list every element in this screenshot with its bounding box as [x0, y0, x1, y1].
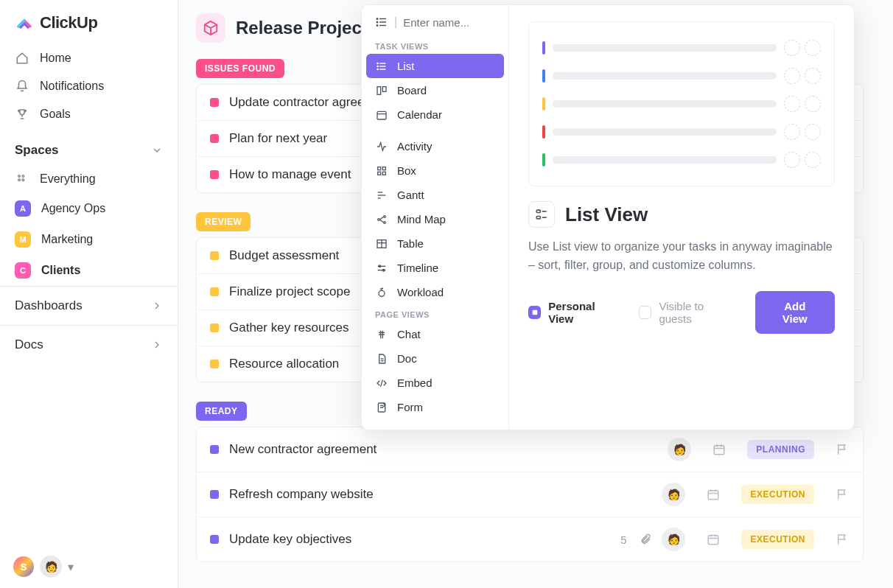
nav-label: Home [40, 52, 71, 65]
preview-avatar-placeholder [784, 96, 800, 112]
priority-flag-icon[interactable] [835, 533, 850, 546]
preview-avatar-placeholder [805, 152, 821, 168]
view-name-input[interactable] [403, 16, 491, 29]
task-list: New contractor agreement🧑PLANNINGRefresh… [196, 427, 864, 562]
task-tag[interactable]: PLANNING [747, 440, 814, 459]
space-badge: C [15, 262, 31, 279]
chevron-right-icon [151, 339, 163, 351]
svg-point-40 [384, 215, 386, 217]
sidebar-space-item[interactable]: CClients [0, 255, 178, 286]
nav-home[interactable]: Home [0, 44, 178, 72]
section-label: Dashboards [15, 298, 83, 313]
due-date-icon[interactable] [712, 443, 726, 456]
assignee-avatar[interactable]: 🧑 [668, 438, 691, 461]
view-option-label: Box [397, 164, 416, 177]
priority-flag-icon[interactable] [835, 488, 850, 501]
due-date-icon[interactable] [706, 488, 721, 501]
view-picker: | TASK VIEWS ListBoardCalendarActivityBo… [362, 5, 509, 430]
logo[interactable]: ClickUp [0, 0, 178, 40]
calendar-icon [375, 109, 388, 121]
view-option-label: Mind Map [397, 213, 446, 225]
spaces-header-label: Spaces [15, 143, 59, 158]
task-row[interactable]: Update key objectives5🧑EXECUTION [197, 517, 863, 561]
svg-rect-4 [715, 446, 725, 455]
view-option-mind-map[interactable]: Mind Map [366, 207, 504, 231]
view-option-activity[interactable]: Activity [366, 134, 504, 158]
view-option-chat[interactable]: Chat [366, 322, 504, 346]
assignee-avatar[interactable]: 🧑 [662, 528, 685, 551]
chat-icon [375, 329, 388, 340]
personal-view-toggle[interactable]: Personal View [528, 300, 620, 325]
svg-rect-32 [378, 167, 381, 169]
home-icon [15, 52, 29, 65]
user-avatar[interactable]: 🧑 [40, 556, 62, 578]
view-option-calendar[interactable]: Calendar [366, 102, 504, 127]
grid-icon [15, 173, 29, 185]
visible-guests-label: Visible to guests [659, 300, 735, 325]
caret-down-icon[interactable]: ▾ [68, 560, 74, 574]
gantt-icon [375, 189, 388, 201]
doc-icon [375, 353, 388, 365]
user-badge[interactable]: S [13, 556, 34, 577]
svg-point-49 [379, 290, 385, 296]
task-title: New contractor agreement [229, 442, 657, 457]
preview-avatar-placeholder [805, 40, 821, 56]
svg-rect-35 [382, 172, 385, 175]
due-date-icon[interactable] [706, 533, 721, 546]
task-row[interactable]: New contractor agreement🧑PLANNING [197, 427, 863, 472]
view-option-table[interactable]: Table [366, 231, 504, 256]
status-dot [210, 170, 219, 179]
view-option-box[interactable]: Box [366, 158, 504, 183]
svg-rect-28 [377, 86, 381, 94]
preview-row [539, 146, 824, 174]
add-view-button[interactable]: Add View [755, 291, 836, 334]
svg-point-2 [18, 179, 21, 181]
status-dot [210, 490, 219, 499]
sidebar: ClickUp Home Notifications Goals [0, 0, 178, 588]
view-option-list[interactable]: List [366, 54, 504, 78]
task-tag[interactable]: EXECUTION [741, 530, 814, 549]
sidebar-space-item[interactable]: MMarketing [0, 224, 178, 255]
task-meta: 🧑PLANNING [668, 438, 850, 461]
view-option-embed[interactable]: Embed [366, 371, 504, 395]
view-option-form[interactable]: Form [366, 395, 504, 419]
view-option-gantt[interactable]: Gantt [366, 183, 504, 207]
view-option-workload[interactable]: Workload [366, 280, 504, 304]
task-tag[interactable]: EXECUTION [741, 485, 814, 504]
svg-point-19 [377, 18, 378, 20]
view-option-label: Timeline [397, 262, 438, 274]
preview-avatar-placeholder [784, 152, 800, 168]
svg-point-26 [377, 66, 378, 66]
view-option-timeline[interactable]: Timeline [366, 256, 504, 280]
svg-point-25 [377, 63, 378, 63]
board-icon [375, 85, 388, 97]
sidebar-docs[interactable]: Docs [0, 325, 178, 364]
view-option-board[interactable]: Board [366, 78, 504, 102]
view-option-label: Form [397, 401, 423, 413]
svg-rect-34 [378, 172, 381, 175]
group-label[interactable]: ISSUES FOUND [196, 59, 284, 78]
group-label[interactable]: REVIEW [196, 212, 251, 231]
page-views-heading: PAGE VIEWS [366, 304, 504, 322]
view-option-label: Workload [397, 286, 444, 298]
sidebar-space-item[interactable]: AAgency Ops [0, 193, 178, 224]
svg-rect-57 [536, 210, 540, 212]
group-label[interactable]: READY [196, 402, 247, 421]
assignee-avatar[interactable]: 🧑 [662, 483, 685, 506]
svg-point-0 [18, 175, 21, 178]
view-option-doc[interactable]: Doc [366, 346, 504, 371]
sidebar-everything[interactable]: Everything [0, 165, 178, 193]
nav-notifications[interactable]: Notifications [0, 72, 178, 100]
nav-goals[interactable]: Goals [0, 100, 178, 128]
activity-icon [375, 141, 388, 153]
spaces-header[interactable]: Spaces [0, 133, 178, 165]
visible-guests-toggle[interactable]: Visible to guests [639, 300, 735, 325]
task-row[interactable]: Refresh company website🧑EXECUTION [197, 472, 863, 517]
status-dot [210, 134, 219, 143]
status-dot [210, 535, 219, 544]
sidebar-dashboards[interactable]: Dashboards [0, 286, 178, 325]
space-label: Clients [41, 264, 80, 277]
checkbox-off-icon [639, 306, 651, 319]
priority-flag-icon[interactable] [835, 443, 850, 456]
preview-avatar-placeholder [805, 68, 821, 84]
